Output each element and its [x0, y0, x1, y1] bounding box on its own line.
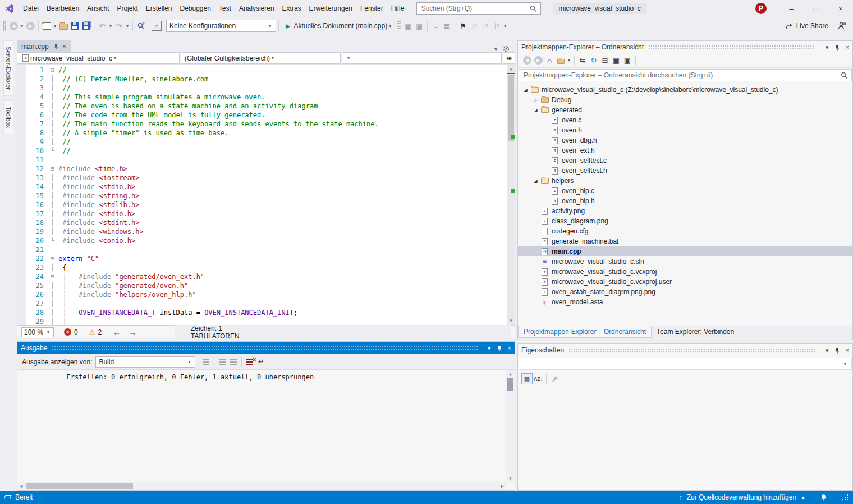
toolbar-grip[interactable]	[397, 21, 401, 31]
scroll-down-icon[interactable]: ▼	[506, 474, 515, 482]
home-window-icon[interactable]: ⌂	[152, 21, 162, 31]
collapsed-arrow-icon[interactable]: ▷	[531, 98, 540, 103]
next-bookmark-icon[interactable]: ⚐	[480, 20, 491, 32]
breakpoint-margin[interactable]	[17, 65, 26, 325]
code-line[interactable]: 25│ ┆ #include "generated/oven.h"	[26, 281, 507, 290]
toolbar-grip[interactable]	[3, 21, 6, 31]
editor-options-gear-icon[interactable]	[503, 45, 510, 52]
solution-configurations-dropdown[interactable]: Keine Konfigurationen ▾	[166, 20, 276, 32]
open-file-icon[interactable]	[58, 20, 69, 32]
property-pages-wrench-icon[interactable]	[549, 373, 560, 385]
expanded-arrow-icon[interactable]: ◢	[531, 108, 540, 113]
code-line[interactable]: 20└ #include <conio.h>	[26, 236, 507, 245]
tree-item-debug[interactable]: ▷Debug	[518, 95, 852, 105]
properties-title-bar[interactable]: Eigenschaften ▾ ×	[518, 344, 852, 356]
home-icon[interactable]: ⌂	[544, 54, 555, 67]
code-line[interactable]: 13│ #include <iostream>	[26, 173, 507, 182]
find-message-icon[interactable]	[200, 356, 212, 368]
tree-item-generate_machine.bat[interactable]: ≡generate_machine.bat	[518, 236, 852, 246]
code-line[interactable]: 19│ #include <windows.h>	[26, 227, 507, 236]
add-to-source-control-button[interactable]: Zur Quellcodeverwaltung hinzufügen	[687, 493, 796, 501]
menu-projekt[interactable]: Projekt	[113, 0, 141, 17]
previous-message-icon[interactable]	[217, 356, 228, 368]
navigate-back-dropdown-icon[interactable]: ▾	[19, 24, 25, 29]
code-line[interactable]: 28│ ┆ OVEN_INSTANCEDATA_T instData = OVE…	[26, 308, 507, 317]
code-line[interactable]: 29│ ┆	[26, 317, 507, 325]
tree-item-oven.c[interactable]: coven.c	[518, 115, 852, 125]
menu-ansicht[interactable]: Ansicht	[83, 0, 113, 17]
save-icon[interactable]	[69, 20, 80, 32]
code-editor[interactable]: 1⊟//2│ // (C) Peter Mueller, sinelabore.…	[17, 65, 515, 325]
sort-alphabetical-icon[interactable]: AZ↓	[533, 373, 544, 384]
undo-dropdown-icon[interactable]: ▾	[108, 24, 113, 29]
tree-item-microwave_visual_studio_c[interactable]: ◢microwave_visual_studio_c (Z:\develop\s…	[518, 85, 852, 95]
code-line[interactable]: 5│ // The oven is based on a state machi…	[26, 102, 507, 111]
side-tab-toolbox[interactable]: Toolbox	[3, 100, 13, 134]
window-position-dropdown-icon[interactable]: ▾	[488, 345, 491, 352]
tree-item-oven_hlp.h[interactable]: hoven_hlp.h	[518, 196, 852, 206]
tab-main-cpp[interactable]: main.cpp ×	[17, 40, 71, 52]
solution-explorer-search-box[interactable]	[519, 69, 852, 81]
close-button[interactable]: ×	[828, 0, 853, 17]
copy-item-icon[interactable]: ▣	[414, 20, 425, 32]
code-line[interactable]: 22⊟extern "C"	[26, 254, 507, 263]
tree-item-microwave_visual_studio_c.vcxproj[interactable]: +microwave_visual_studio_c.vcxproj	[518, 267, 852, 277]
refresh-icon[interactable]: ↻	[588, 54, 599, 67]
scroll-up-icon[interactable]: ▲	[507, 65, 515, 73]
scroll-right-icon[interactable]: ▶	[498, 482, 506, 490]
code-line[interactable]: 17│ #include <stdio.h>	[26, 209, 507, 218]
background-tasks-icon[interactable]	[4, 495, 12, 500]
code-line[interactable]: 4│ // This simple program simulates a mi…	[26, 93, 507, 102]
word-wrap-icon[interactable]: ↵	[255, 356, 267, 368]
scroll-left-icon[interactable]: ◀	[17, 482, 25, 490]
collapse-all-icon[interactable]: ⊟	[599, 54, 611, 67]
new-project-icon[interactable]	[41, 20, 52, 32]
tree-item-generated[interactable]: ◢generated	[518, 105, 852, 115]
tree-item-oven_hlp.c[interactable]: coven_hlp.c	[518, 186, 852, 196]
zoom-dropdown[interactable]: 100 % ▾	[21, 327, 54, 337]
code-line[interactable]: 21	[26, 245, 507, 254]
menu-hilfe[interactable]: Hilfe	[387, 0, 409, 17]
tree-item-oven_ext.h[interactable]: hoven_ext.h	[518, 145, 852, 155]
menu-test[interactable]: Test	[215, 0, 235, 17]
tree-item-oven_selftest.h[interactable]: hoven_selftest.h	[518, 166, 852, 176]
tree-item-main.cpp[interactable]: ++main.cpp	[518, 246, 852, 256]
output-content[interactable]: ========== Erstellen: 0 erfolgreich, 0 F…	[17, 370, 515, 490]
add-item-icon[interactable]: ▣	[402, 20, 414, 32]
categorized-icon[interactable]: ▦	[521, 373, 533, 384]
project-dropdown[interactable]: + microwave_visual_studio_c ▾	[17, 52, 180, 64]
code-line[interactable]: 23│ {	[26, 263, 507, 272]
code-line[interactable]: 27│ ┆	[26, 299, 507, 308]
undo-icon[interactable]: ↶	[97, 20, 108, 32]
code-line[interactable]: 6│ // The code from the UML model is ful…	[26, 111, 507, 120]
menu-datei[interactable]: Datei	[19, 0, 43, 17]
pin-icon[interactable]	[834, 44, 840, 51]
member-dropdown[interactable]: ▾	[342, 52, 502, 64]
tree-item-microwave_visual_studio_c.sln[interactable]: ∞microwave_visual_studio_c.sln	[518, 256, 852, 267]
notifications-bell-icon[interactable]	[820, 493, 827, 501]
menu-analysieren[interactable]: Analysieren	[235, 0, 278, 17]
code-line[interactable]: 14│ #include <stdio.h>	[26, 182, 507, 191]
output-horizontal-scrollbar[interactable]: ◀ ▶	[17, 482, 506, 490]
redo-dropdown-icon[interactable]: ▾	[125, 24, 130, 29]
toggle-bookmark-icon[interactable]: ⚑	[457, 20, 469, 32]
tree-item-activity.png[interactable]: ▴activity.png	[518, 206, 852, 216]
scroll-up-icon[interactable]: ▲	[506, 370, 515, 378]
scrollbar-thumb[interactable]	[507, 378, 513, 391]
menu-debuggen[interactable]: Debuggen	[176, 0, 214, 17]
tree-item-class_diagram.png[interactable]: ▴class_diagram.png	[518, 216, 852, 226]
panel-tab-team-explorer-verbinden[interactable]: Team Explorer: Verbinden	[652, 326, 739, 337]
close-panel-icon[interactable]: ×	[508, 345, 511, 351]
solution-explorer-search-input[interactable]	[522, 71, 841, 80]
side-tab-server-explorer[interactable]: Server-Explorer	[3, 40, 13, 96]
tree-item-oven_selftest.c[interactable]: coven_selftest.c	[518, 155, 852, 166]
next-message-icon[interactable]	[228, 356, 239, 368]
close-panel-icon[interactable]: ×	[846, 347, 849, 354]
tree-item-oven_astah_state_diagrm.png.png[interactable]: ▴oven_astah_state_diagrm.png.png	[518, 287, 852, 297]
feedback-icon[interactable]	[836, 20, 847, 32]
editor-vertical-scrollbar[interactable]: ▲ ▼	[507, 65, 515, 325]
fold-collapse-icon[interactable]: ⊟	[51, 254, 58, 263]
pin-icon[interactable]	[834, 347, 840, 354]
sync-with-active-document-icon[interactable]: ⇆	[577, 54, 588, 67]
maximize-button[interactable]: □	[804, 0, 828, 17]
